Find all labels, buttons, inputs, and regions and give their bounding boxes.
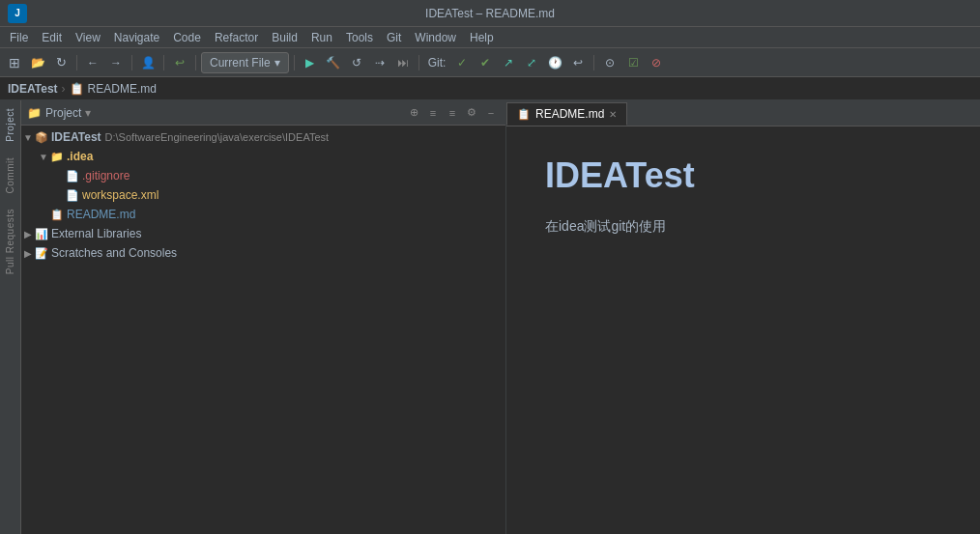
editor-panel: 📋 README.md ✕ IDEATest 在idea测试git的使用 <box>506 100 980 534</box>
project-panel-title: 📁 Project ▾ <box>27 106 401 120</box>
menu-file[interactable]: File <box>4 29 34 46</box>
menu-tools[interactable]: Tools <box>340 29 379 46</box>
editor-body: 在idea测试git的使用 <box>545 215 941 237</box>
project-dropdown-arrow-icon[interactable]: ▾ <box>85 106 91 120</box>
project-panel: 📁 Project ▾ ⊕ ≡ ≡ ⚙ − ▼ 📦 IDEATest D:\So… <box>21 100 506 534</box>
idea-folder-icon: 📁 <box>50 151 64 163</box>
sidebar-label-pull-requests[interactable]: Pull Requests <box>2 201 18 282</box>
sidebar-label-commit[interactable]: Commit <box>2 150 18 201</box>
toolbar-revert-btn[interactable]: ↩ <box>169 52 190 73</box>
root-label: IDEATest <box>51 130 101 144</box>
menu-bar: File Edit View Navigate Code Refactor Bu… <box>0 27 980 48</box>
external-libs-label: External Libraries <box>51 227 141 240</box>
tree-readme[interactable]: 📋 README.md <box>21 205 505 224</box>
menu-edit[interactable]: Edit <box>36 29 68 46</box>
toolbar-git-history-btn[interactable]: 🕐 <box>544 52 565 73</box>
breadcrumb-file[interactable]: 📋 README.md <box>70 82 157 96</box>
tree-idea-folder[interactable]: ▼ 📁 .idea <box>21 147 505 166</box>
project-settings-btn[interactable]: ⚙ <box>463 104 480 122</box>
scratches-label: Scratches and Consoles <box>51 246 177 260</box>
toolbar-sep-5 <box>294 55 295 70</box>
idea-expand-icon: ▼ <box>37 152 50 162</box>
tree-gitignore[interactable]: 📄 .gitignore <box>21 166 505 185</box>
breadcrumb-project[interactable]: IDEATest <box>8 82 58 96</box>
root-folder-icon: 📦 <box>35 131 48 144</box>
readme-tree-icon: 📋 <box>50 209 64 221</box>
toolbar-todo-btn[interactable]: ☑ <box>622 52 644 73</box>
tab-close-btn[interactable]: ✕ <box>609 109 617 120</box>
main-layout: Project Commit Pull Requests 📁 Project ▾… <box>0 100 980 534</box>
menu-window[interactable]: Window <box>409 29 462 46</box>
toolbar-new-project-btn[interactable]: ⊞ <box>4 52 25 73</box>
title-bar: J IDEATest – README.md <box>0 0 980 27</box>
menu-code[interactable]: Code <box>167 29 207 46</box>
menu-git[interactable]: Git <box>381 29 407 46</box>
scratches-icon: 📝 <box>35 247 48 260</box>
project-minimize-btn[interactable]: − <box>482 104 500 122</box>
toolbar-back-btn[interactable]: ← <box>82 52 103 73</box>
toolbar-git-push-btn[interactable]: ↗ <box>498 52 519 73</box>
gitignore-file-icon: 📄 <box>66 170 79 183</box>
editor-heading: IDEATest <box>545 155 941 196</box>
toolbar-sep-3 <box>163 55 164 70</box>
tree-external-libs[interactable]: ▶ 📊 External Libraries <box>21 224 505 243</box>
editor-tabs: 📋 README.md ✕ <box>506 100 980 126</box>
project-title-label: Project <box>45 106 81 120</box>
workspace-xml-label: workspace.xml <box>82 188 159 202</box>
project-panel-header: 📁 Project ▾ ⊕ ≡ ≡ ⚙ − <box>21 100 505 126</box>
editor-content: IDEATest 在idea测试git的使用 <box>506 126 980 534</box>
toolbar-sep-4 <box>195 55 196 70</box>
project-collapse-btn[interactable]: ≡ <box>444 104 461 122</box>
toolbar-open-btn[interactable]: 📂 <box>27 52 48 73</box>
toolbar-reload-btn[interactable]: ↺ <box>346 52 367 73</box>
toolbar-git-commit-btn[interactable]: ✔ <box>475 52 496 73</box>
toolbar-coverage-btn[interactable]: ⊙ <box>599 52 620 73</box>
toolbar-build-btn[interactable]: 🔨 <box>323 52 344 73</box>
readme-label: README.md <box>67 208 135 221</box>
tree-scratches[interactable]: ▶ 📝 Scratches and Consoles <box>21 243 505 263</box>
project-add-btn[interactable]: ⊕ <box>405 104 422 122</box>
toolbar-debug-btn[interactable]: ⏭ <box>392 52 414 73</box>
toolbar-git-revert-btn[interactable]: ↩ <box>567 52 589 73</box>
toolbar-run-config-dropdown[interactable]: Current File ▾ <box>201 52 289 73</box>
toolbar-git-merge-btn[interactable]: ⤢ <box>521 52 542 73</box>
toolbar-nav-btn[interactable]: ⇢ <box>369 52 390 73</box>
menu-build[interactable]: Build <box>266 29 303 46</box>
libs-expand-icon: ▶ <box>21 229 35 239</box>
toolbar-refresh-btn[interactable]: ↻ <box>50 52 72 73</box>
sidebar-label-project[interactable]: Project <box>2 100 18 150</box>
gitignore-label: .gitignore <box>82 169 130 183</box>
tree-workspace-xml[interactable]: 📄 workspace.xml <box>21 185 505 205</box>
menu-refactor[interactable]: Refactor <box>209 29 264 46</box>
menu-run[interactable]: Run <box>305 29 338 46</box>
project-header-actions: ⊕ ≡ ≡ ⚙ − <box>405 104 500 122</box>
toolbar-run-btn[interactable]: ▶ <box>300 52 321 73</box>
toolbar-problems-btn[interactable]: ⊘ <box>646 52 667 73</box>
scratches-expand-icon: ▶ <box>21 248 35 259</box>
breadcrumb-sep: › <box>62 82 66 96</box>
git-label: Git: <box>424 56 450 70</box>
readme-file-icon: 📋 <box>70 82 84 96</box>
toolbar-sep-1 <box>76 55 77 70</box>
run-config-label: Current File <box>210 56 271 70</box>
tab-readme-label: README.md <box>535 107 604 121</box>
menu-navigate[interactable]: Navigate <box>108 29 165 46</box>
toolbar: ⊞ 📂 ↻ ← → 👤 ↩ Current File ▾ ▶ 🔨 ↺ ⇢ ⏭ G… <box>0 48 980 77</box>
toolbar-forward-btn[interactable]: → <box>105 52 127 73</box>
menu-view[interactable]: View <box>70 29 106 46</box>
toolbar-sep-7 <box>593 55 594 70</box>
toolbar-vcs-btn[interactable]: 👤 <box>137 52 159 73</box>
app-logo: J <box>8 4 27 23</box>
root-expand-icon: ▼ <box>21 132 35 143</box>
xml-file-icon: 📄 <box>66 189 79 202</box>
file-tree: ▼ 📦 IDEATest D:\SoftwareEngineering\java… <box>21 126 505 534</box>
toolbar-sep-6 <box>418 55 419 70</box>
project-folder-icon: 📁 <box>27 106 42 120</box>
dropdown-arrow-icon: ▾ <box>274 56 280 70</box>
idea-label: .idea <box>67 150 93 163</box>
toolbar-git-update-btn[interactable]: ✓ <box>451 52 473 73</box>
project-structure-btn[interactable]: ≡ <box>424 104 442 122</box>
menu-help[interactable]: Help <box>464 29 500 46</box>
tree-root[interactable]: ▼ 📦 IDEATest D:\SoftwareEngineering\java… <box>21 127 505 147</box>
tab-readme[interactable]: 📋 README.md ✕ <box>506 102 627 126</box>
